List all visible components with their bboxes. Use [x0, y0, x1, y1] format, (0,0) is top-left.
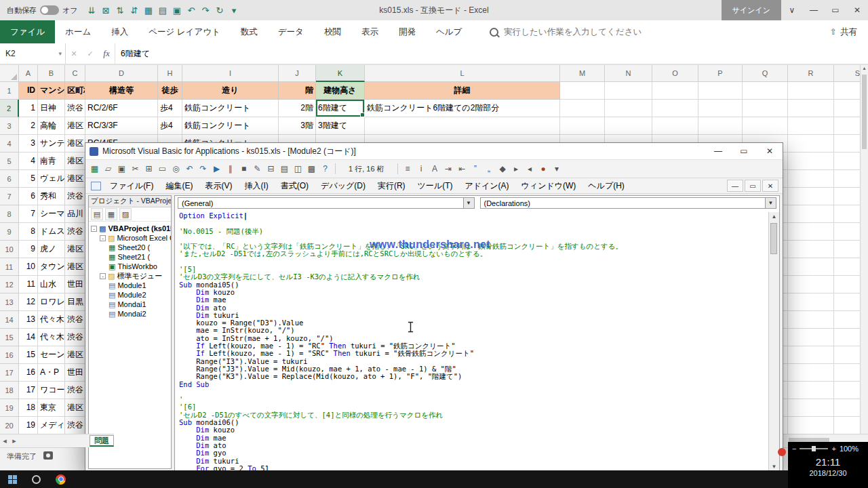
cell-N1[interactable]: [605, 82, 652, 100]
ribbon-tab[interactable]: ヘルプ: [426, 20, 472, 43]
cell-C4[interactable]: 港区: [65, 135, 85, 152]
cell-I2[interactable]: 鉄筋コンクリート: [182, 100, 279, 117]
cell-R4[interactable]: [788, 135, 834, 152]
cell-L3[interactable]: [365, 117, 560, 135]
vba-menu-item[interactable]: 実行(R): [372, 178, 412, 193]
uncomment-block-icon[interactable]: „: [483, 162, 496, 176]
autosave-toggle[interactable]: [40, 5, 59, 15]
cell-A4[interactable]: 3: [19, 135, 38, 152]
project-explorer-icon[interactable]: ⊟: [264, 162, 277, 176]
fill-down-icon[interactable]: ⇵: [127, 3, 142, 18]
toggle-bookmark-icon[interactable]: ◆: [496, 162, 509, 176]
vba-menu-item[interactable]: 表示(V): [199, 178, 238, 193]
row-header-13[interactable]: 13: [0, 293, 19, 311]
close-button[interactable]: ✕: [846, 0, 868, 20]
cell-R14[interactable]: [788, 311, 834, 329]
toggle-breakpoint-icon[interactable]: ●: [537, 162, 550, 176]
column-header-J[interactable]: J: [279, 65, 316, 82]
paste-icon[interactable]: ▭: [156, 162, 169, 176]
row-header-9[interactable]: 9: [0, 223, 19, 241]
cell-K3[interactable]: 3階建て: [316, 117, 365, 135]
cell-C18[interactable]: 渋谷: [65, 382, 85, 399]
cell-B16[interactable]: セーン: [38, 346, 65, 364]
vba-menu-item[interactable]: ヘルプ(H): [582, 178, 631, 193]
cell-A12[interactable]: 11: [19, 276, 38, 293]
cell-A18[interactable]: 17: [19, 382, 38, 399]
cell-O1[interactable]: [652, 82, 698, 100]
project-tree-item[interactable]: ▤Module1: [89, 281, 171, 290]
delete-sheet-icon[interactable]: ⊠: [99, 3, 113, 18]
column-header-R[interactable]: R: [788, 65, 834, 82]
cell-J1[interactable]: 階: [279, 82, 316, 100]
ribbon-tab[interactable]: 校閲: [314, 20, 351, 43]
cell-K2[interactable]: 6階建て: [316, 100, 365, 117]
cell-R7[interactable]: [788, 188, 834, 205]
column-header-M[interactable]: M: [560, 65, 605, 82]
cell-R17[interactable]: [788, 364, 834, 382]
ribbon-tab[interactable]: 表示: [351, 20, 389, 43]
cell-R19[interactable]: [788, 399, 834, 417]
cell-A3[interactable]: 2: [19, 117, 38, 135]
cell-A16[interactable]: 15: [19, 346, 38, 364]
cell-R13[interactable]: [788, 293, 834, 311]
cell-P1[interactable]: [698, 82, 743, 100]
vba-menu-item[interactable]: デバッグ(D): [315, 178, 372, 193]
cell-B19[interactable]: 東京: [38, 399, 65, 417]
list-properties-icon[interactable]: ≡: [401, 162, 414, 176]
view-excel-icon[interactable]: ▦: [88, 162, 101, 176]
save-icon[interactable]: ▣: [115, 162, 128, 176]
procedure-combo[interactable]: (Declarations) ▼: [480, 197, 777, 209]
next-bookmark-icon[interactable]: ▸: [510, 162, 523, 176]
vba-menu-item[interactable]: 挿入(I): [238, 178, 274, 193]
select-all-corner[interactable]: [0, 65, 19, 82]
cell-B6[interactable]: ヴェル: [38, 170, 65, 188]
cell-A5[interactable]: 4: [19, 152, 38, 170]
cell-C8[interactable]: 品川: [65, 205, 85, 223]
cell-J3[interactable]: 3階: [279, 117, 316, 135]
cell-A2[interactable]: 1: [19, 100, 38, 117]
cell-H1[interactable]: 徒歩: [158, 82, 182, 100]
cell-C11[interactable]: 港区: [65, 258, 85, 276]
cell-B13[interactable]: ロワレ: [38, 293, 65, 311]
cell-C10[interactable]: 港区: [65, 241, 85, 258]
object-combo[interactable]: (General) ▼: [178, 197, 475, 209]
prev-bookmark-icon[interactable]: ◂: [524, 162, 536, 176]
redo-icon[interactable]: ↷: [199, 3, 213, 18]
row-header-2[interactable]: 2: [0, 100, 19, 117]
cell-R5[interactable]: [788, 152, 834, 170]
cell-B7[interactable]: 秀和: [38, 188, 65, 205]
customize-qat-icon[interactable]: ▾: [227, 3, 241, 18]
macro-record-icon[interactable]: [43, 451, 53, 460]
cell-O3[interactable]: [652, 117, 698, 135]
vba-minimize-button[interactable]: —: [705, 143, 731, 159]
name-box-dropdown-icon[interactable]: ▾: [58, 50, 65, 57]
cell-P2[interactable]: [698, 100, 743, 117]
sheet-tab[interactable]: 問題: [90, 435, 114, 447]
toggle-folders-icon[interactable]: ▨: [119, 208, 132, 220]
cell-C5[interactable]: 港区: [65, 152, 85, 170]
row-header-15[interactable]: 15: [0, 329, 19, 346]
cell-A9[interactable]: 8: [19, 223, 38, 241]
break-icon[interactable]: ∥: [224, 162, 237, 176]
view-code-icon[interactable]: ▤: [91, 208, 103, 220]
cell-C9[interactable]: 渋谷: [65, 223, 85, 241]
cell-A6[interactable]: 5: [19, 170, 38, 188]
outdent-icon[interactable]: ⇤: [456, 162, 469, 176]
cell-R3[interactable]: [788, 117, 834, 135]
quick-info-icon[interactable]: i: [415, 162, 428, 176]
view-object-icon[interactable]: ▦: [105, 208, 117, 220]
cell-B3[interactable]: 高輪: [38, 117, 65, 135]
cell-C6[interactable]: 港区: [65, 170, 85, 188]
cell-C7[interactable]: 渋谷: [65, 188, 85, 205]
cell-M2[interactable]: [560, 100, 605, 117]
undo-icon[interactable]: ↶: [183, 162, 196, 176]
cell-R18[interactable]: [788, 382, 834, 399]
cell-R12[interactable]: [788, 276, 834, 293]
cell-R2[interactable]: [788, 100, 834, 117]
cell-I1[interactable]: 造り: [182, 82, 279, 100]
tree-expander-icon[interactable]: -: [100, 235, 106, 241]
cell-H3[interactable]: 歩4: [158, 117, 182, 135]
cell-C2[interactable]: 渋谷: [65, 100, 85, 117]
cell-H2[interactable]: 歩4: [158, 100, 182, 117]
complete-word-icon[interactable]: A: [429, 162, 441, 176]
